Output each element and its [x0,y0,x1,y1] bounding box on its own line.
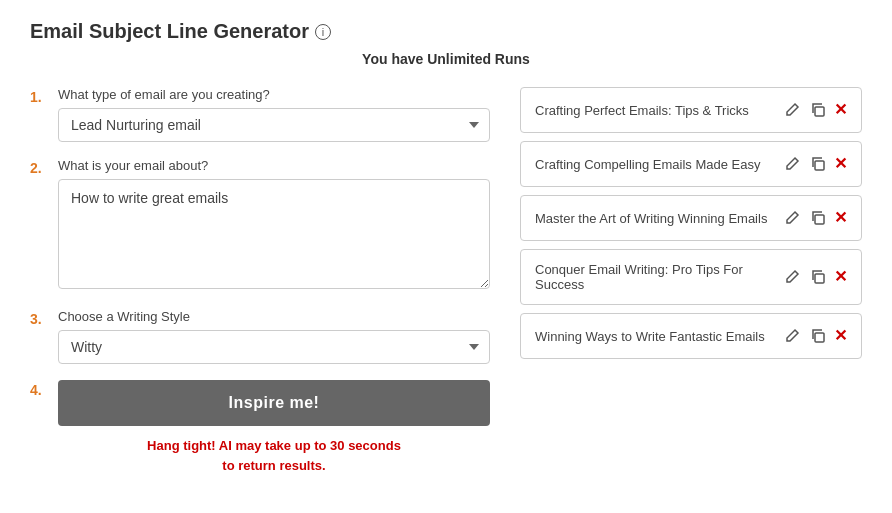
copy-icon-1[interactable] [808,100,828,120]
close-icon-3[interactable]: ✕ [834,210,847,226]
step-3-field: Choose a Writing Style Witty Professiona… [58,309,490,364]
results-panel: Crafting Perfect Emails: Tips & Tricks ✕… [520,87,862,359]
close-icon-5[interactable]: ✕ [834,328,847,344]
left-panel: 1. What type of email are you creating? … [30,87,490,491]
close-icon-4[interactable]: ✕ [834,269,847,285]
result-card-4: Conquer Email Writing: Pro Tips For Succ… [520,249,862,305]
svg-rect-0 [815,107,824,116]
copy-icon-3[interactable] [808,208,828,228]
result-text-5: Winning Ways to Write Fantastic Emails [535,329,772,344]
copy-icon-4[interactable] [808,267,828,287]
result-actions-3: ✕ [782,208,847,228]
result-card-5: Winning Ways to Write Fantastic Emails ✕ [520,313,862,359]
wait-message: Hang tight! AI may take up to 30 seconds… [58,436,490,475]
close-icon-1[interactable]: ✕ [834,102,847,118]
page-title: Email Subject Line Generator [30,20,309,43]
edit-icon-2[interactable] [782,154,802,174]
close-icon-2[interactable]: ✕ [834,156,847,172]
result-actions-1: ✕ [782,100,847,120]
edit-icon-3[interactable] [782,208,802,228]
step-2-label: What is your email about? [58,158,490,173]
info-icon[interactable]: i [315,24,331,40]
step-1-label: What type of email are you creating? [58,87,490,102]
result-actions-2: ✕ [782,154,847,174]
edit-icon-4[interactable] [782,267,802,287]
result-text-4: Conquer Email Writing: Pro Tips For Succ… [535,262,772,292]
step-1-field: What type of email are you creating? Lea… [58,87,490,142]
step-3-label: Choose a Writing Style [58,309,490,324]
result-text-3: Master the Art of Writing Winning Emails [535,211,772,226]
copy-icon-2[interactable] [808,154,828,174]
step-4-number: 4. [30,382,46,398]
svg-rect-1 [815,161,824,170]
step-3-section: 3. Choose a Writing Style Witty Professi… [30,309,490,364]
email-type-select[interactable]: Lead Nurturing email Newsletter Promotio… [58,108,490,142]
result-actions-5: ✕ [782,326,847,346]
step-4-section: 4. Inspire me! Hang tight! AI may take u… [30,380,490,475]
result-text-2: Crafting Compelling Emails Made Easy [535,157,772,172]
email-about-textarea[interactable]: How to write great emails [58,179,490,289]
page-header: Email Subject Line Generator i [30,20,862,43]
svg-rect-2 [815,215,824,224]
edit-icon-5[interactable] [782,326,802,346]
copy-icon-5[interactable] [808,326,828,346]
step-2-section: 2. What is your email about? How to writ… [30,158,490,293]
step-1-section: 1. What type of email are you creating? … [30,87,490,142]
result-card-2: Crafting Compelling Emails Made Easy ✕ [520,141,862,187]
writing-style-select[interactable]: Witty Professional Casual Formal Persuas… [58,330,490,364]
step-2-field: What is your email about? How to write g… [58,158,490,293]
step-2-number: 2. [30,160,46,176]
result-text-1: Crafting Perfect Emails: Tips & Tricks [535,103,772,118]
svg-rect-4 [815,333,824,342]
main-layout: 1. What type of email are you creating? … [30,87,862,491]
result-card-1: Crafting Perfect Emails: Tips & Tricks ✕ [520,87,862,133]
result-card-3: Master the Art of Writing Winning Emails… [520,195,862,241]
unlimited-runs-text: You have Unlimited Runs [30,51,862,67]
step-3-number: 3. [30,311,46,327]
edit-icon-1[interactable] [782,100,802,120]
step-4-field: Inspire me! Hang tight! AI may take up t… [58,380,490,475]
inspire-button[interactable]: Inspire me! [58,380,490,426]
svg-rect-3 [815,274,824,283]
result-actions-4: ✕ [782,267,847,287]
step-1-number: 1. [30,89,46,105]
